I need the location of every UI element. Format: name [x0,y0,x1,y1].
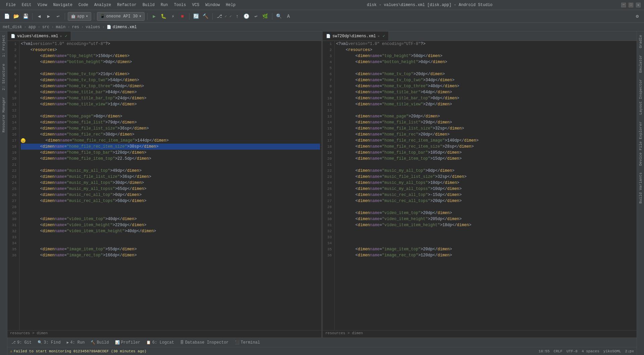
bottom-tab-terminal[interactable]: ⬛Terminal [232,339,263,346]
code-line-33[interactable] [21,234,320,240]
code-line-28[interactable] [21,204,320,210]
code-line-30[interactable]: <dimen name="video_item_top">40dp</dimen… [21,216,320,222]
open-btn[interactable]: 📂 [12,12,20,20]
run-btn[interactable]: ▶ [150,12,158,20]
bc-res[interactable]: res [72,25,79,30]
code-line-24[interactable]: <dimen name="music_my_all_tops">10dp</di… [336,180,635,186]
panel-layout-inspector[interactable]: Layout Inspector [638,77,644,117]
code-line-6[interactable]: <dimen name="home_tv_top">20dp</dimen> [336,71,635,77]
code-line-20[interactable]: <dimen name="home_file_item_top">22.5dp<… [21,156,320,162]
panel-project[interactable]: 1: Project [1,33,7,59]
code-line-34[interactable] [336,240,635,246]
code-line-35[interactable]: <dimen name="image_item_top">55dp</dimen… [21,246,320,252]
code-line-32[interactable]: <dimen name="video_item_item_height">40d… [21,228,320,234]
bc-values[interactable]: values [86,25,100,30]
code-line-21[interactable] [336,162,635,168]
panel-emulator[interactable]: Emulator [638,53,644,75]
bottom-tab-profiler[interactable]: 📊Profiler [112,339,143,346]
code-line-13[interactable]: <dimen name="home_page">0dp</dimen> [21,113,320,119]
status-encoding[interactable]: UTF-8 [567,349,578,353]
code-line-32[interactable] [336,228,635,234]
menu-window[interactable]: Window [203,2,222,8]
code-line-31[interactable]: <dimen name="video_item_height">229dp</d… [21,222,320,228]
menu-edit[interactable]: Edit [19,2,34,8]
debug-btn[interactable]: 🐛 [160,12,168,20]
panel-device-file-explorer[interactable]: Device File Explorer [638,119,644,168]
bc-main[interactable]: main [56,25,65,30]
code-line-8[interactable]: <dimen name="home_tv_top_three">40dp</di… [336,83,635,89]
code-line-36[interactable]: <dimen name="image_rec_top">120dp</dimen… [336,252,635,258]
code-line-19[interactable]: <dimen name="home_file_top_bar">105dp</d… [336,150,635,156]
bottom-tab-run[interactable]: ▶4: Run [64,339,88,346]
code-line-8[interactable]: <dimen name="home_tv_top_three">60dp</di… [21,83,320,89]
menu-analyze[interactable]: Analyze [92,2,114,8]
code-line-34[interactable] [21,240,320,246]
code-line-26[interactable]: <dimen name="music_rec_all_top">-15dp</d… [336,192,635,198]
git-btn[interactable]: ⎇ [215,12,223,20]
code-line-23[interactable]: <dimen name="music_file_list_size">36sp<… [21,174,320,180]
status-time[interactable]: 18:55 [539,349,550,353]
code-line-10[interactable]: <dimen name="home_title_bar_top">0dp</di… [336,95,635,101]
code-line-36[interactable]: <dimen name="image_rec_top">166dp</dimen… [21,252,320,258]
code-line-11[interactable]: <dimen name="home_title_view">1dp</dimen… [21,101,320,107]
code-line-1[interactable]: <?xml version="1.0" encoding="utf-8"?> [21,41,320,47]
code-line-2[interactable]: <resources> [336,47,635,53]
code-line-25[interactable]: <dimen name="music_my_all_topss">65dp</d… [21,186,320,192]
status-indent[interactable]: 4 spaces [582,349,599,353]
code-line-4[interactable]: <dimen name="botton_height">0dp</dimen> [21,59,320,65]
panel-resource-manager[interactable]: Resource Manager [1,95,7,135]
bc-file[interactable]: dimens.xml [113,25,137,30]
code-line-14[interactable]: <dimen name="home_file_list">29dp</dimen… [336,119,635,125]
bottom-tab-find[interactable]: 🔍3: Find [35,339,63,346]
left-tab[interactable]: 📄 values\dimens.xml ✕ ✓ [7,32,71,41]
maximize-button[interactable]: □ [629,3,633,7]
code-line-35[interactable]: <dimen name="image_item_top">20dp</dimen… [336,246,635,252]
close-button[interactable]: ✕ [636,3,641,7]
menu-refactor[interactable]: Refactor [114,2,139,8]
code-line-4[interactable]: <dimen name="botton_height">0dp</dimen> [336,59,635,65]
code-line-16[interactable]: <dimen name="home_file_rec">30dp</dimen> [21,132,320,138]
bottom-tab-logcat[interactable]: 📋6: Logcat [144,339,177,346]
panel-build-variants[interactable]: Build Variants [638,170,644,205]
code-line-21[interactable] [21,162,320,168]
code-line-19[interactable]: <dimen name="home_file_top_bar">120dp</d… [21,150,320,156]
code-line-31[interactable]: <dimen name="video_item_item_height">18d… [336,222,635,228]
status-branch[interactable]: yikoSOML [603,349,621,353]
code-line-13[interactable]: <dimen name="home_page">20dp</dimen> [336,113,635,119]
code-line-22[interactable]: <dimen name="music_my_all_top">49dp</dim… [21,168,320,174]
code-line-9[interactable]: <dimen name="home_title_bar">64dp</dimen… [336,89,635,95]
right-code-editor[interactable]: 1234567891011121314151617181920212223242… [323,41,637,330]
app-dropdown[interactable]: 🤖 app ▾ [68,12,91,21]
code-line-3[interactable]: <dimen name="top_height">50dp</dimen> [336,53,635,59]
panel-gradle[interactable]: Gradle [638,33,644,50]
code-line-23[interactable]: <dimen name="music_file_list_size">32sp<… [336,174,635,180]
left-code-editor[interactable]: 1234567891011121314151617181920212223242… [7,41,321,330]
bc-app[interactable]: app [29,25,36,30]
right-tab-close[interactable]: ✕ [378,34,380,38]
code-line-16[interactable]: <dimen name="home_file_rec">20dp</dimen> [336,132,635,138]
code-line-9[interactable]: <dimen name="home_title_bar">84dp</dimen… [21,89,320,95]
code-line-20[interactable]: <dimen name="home_file_item_top">15dp</d… [336,156,635,162]
build-btn[interactable]: 🔨 [202,12,210,20]
right-tab[interactable]: 📄 sw720dp\dimens.xml ✕ ✓ [323,32,389,41]
stop-btn[interactable]: ■ [178,12,186,20]
menu-vcs[interactable]: VCS [190,2,202,8]
forward-btn[interactable]: ▶ [45,12,53,20]
menu-navigate[interactable]: Navigate [50,2,75,8]
code-line-15[interactable]: <dimen name="home_file_list_size">32sp</… [336,125,635,132]
code-line-5[interactable] [336,65,635,71]
code-line-2[interactable]: <resources> [21,47,320,53]
panel-structure[interactable]: 2: Structure [1,62,7,92]
code-line-15[interactable]: <dimen name="home_file_list_size">36sp</… [21,125,320,132]
menu-code[interactable]: Code [76,2,91,8]
menu-help[interactable]: Help [223,2,238,8]
menu-build[interactable]: Build [140,2,157,8]
menu-view[interactable]: View [35,2,50,8]
code-line-17[interactable]: <dimen name="home_file_rec_item_image">1… [336,138,635,144]
search-everywhere[interactable]: 🔍 [275,12,283,20]
new-file-btn[interactable]: 📄 [3,12,11,20]
code-line-3[interactable]: <dimen name="top_height">150dp</dimen> [21,53,320,59]
bottom-tab-build[interactable]: 🔨Build [88,339,111,346]
code-line-28[interactable] [336,204,635,210]
code-line-7[interactable]: <dimen name="home_tv_top_two">54dp</dime… [21,77,320,83]
